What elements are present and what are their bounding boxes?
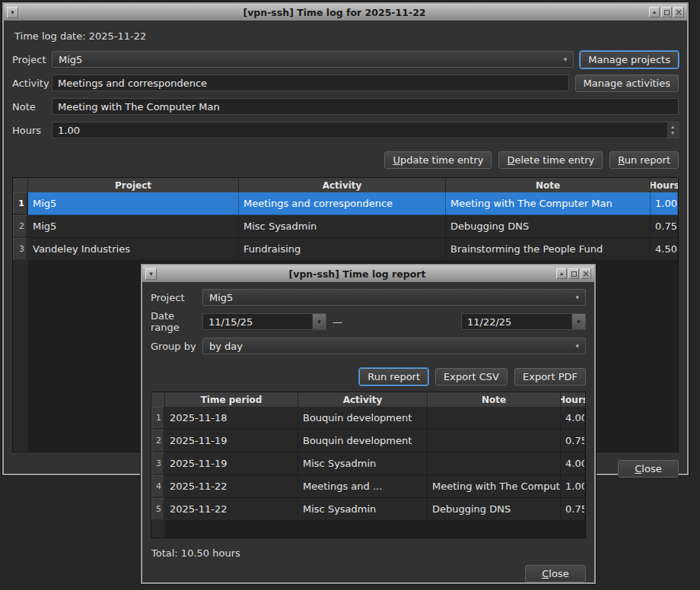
row-number: 3 <box>151 452 164 474</box>
date-start-input[interactable] <box>203 314 312 329</box>
table-cell[interactable]: Debugging DNS <box>446 215 651 238</box>
close-button[interactable]: Close <box>618 460 679 477</box>
calendar-dropdown-icon[interactable]: ▾ <box>571 314 585 329</box>
table-cell[interactable]: Meetings and correspondence <box>239 192 446 215</box>
table-row[interactable]: 3Vandeley IndustriesFundraisingBrainstor… <box>13 238 678 261</box>
table-body: 12025-11-18Bouquin development4.0022025-… <box>151 407 585 521</box>
table-cell[interactable]: 2025-11-19 <box>165 452 298 475</box>
close-icon[interactable]: × <box>673 7 684 17</box>
table-cell[interactable]: Misc Sysadmin <box>239 215 446 238</box>
table-cell[interactable]: Fundraising <box>239 238 446 261</box>
date-end-picker[interactable]: ▾ <box>461 313 586 330</box>
column-header[interactable]: Hours <box>651 178 678 192</box>
row-number: 2 <box>151 430 164 452</box>
spinner-arrows[interactable]: ▴ ▾ <box>667 122 678 138</box>
export-pdf-button[interactable]: Export PDF <box>514 368 586 385</box>
shade-icon[interactable]: ▴ <box>556 268 567 279</box>
project-combobox[interactable]: Mig5 ▾ <box>52 51 574 68</box>
date-start-picker[interactable]: ▾ <box>202 313 326 330</box>
table-cell[interactable] <box>428 452 561 475</box>
hours-input[interactable] <box>52 122 679 138</box>
table-row[interactable]: 42025-11-22Meetings and ...Meeting with … <box>151 475 585 498</box>
table-cell[interactable]: Mig5 <box>28 215 239 238</box>
total-hours-label: Total: 10.50 hours <box>151 547 585 559</box>
row-number: 4 <box>151 475 164 497</box>
table-cell[interactable]: Meeting with The Computer Man <box>446 192 651 215</box>
run-report-button[interactable]: Run report <box>609 151 679 169</box>
column-header[interactable]: Activity <box>298 392 428 407</box>
table-row[interactable]: 2Mig5Misc SysadminDebugging DNS0.75 <box>13 215 678 238</box>
row-number: 1 <box>151 407 164 429</box>
shade-icon[interactable]: ▴ <box>649 7 660 17</box>
report-results-table: Time periodActivityNoteHours 12025-11-18… <box>151 392 586 538</box>
update-time-entry-button[interactable]: Update time entry <box>384 151 492 169</box>
spin-down-icon[interactable]: ▾ <box>671 130 674 136</box>
activity-input[interactable] <box>52 75 569 91</box>
main-titlebar[interactable]: ▾ [vpn-ssh] Time log for 2025-11-22 ▴ × <box>4 4 687 21</box>
export-csv-button[interactable]: Export CSV <box>435 368 508 385</box>
note-input[interactable] <box>52 98 679 115</box>
table-cell[interactable] <box>428 430 561 452</box>
window-menu-icon[interactable]: ▾ <box>145 268 157 280</box>
table-row[interactable]: 12025-11-18Bouquin development4.00 <box>151 407 585 430</box>
date-end-input[interactable] <box>462 314 571 329</box>
row-number: 2 <box>13 215 27 237</box>
window-menu-icon[interactable]: ▾ <box>7 7 18 18</box>
table-cell[interactable]: Bouquin development <box>298 430 428 452</box>
spin-up-icon[interactable]: ▴ <box>671 124 674 130</box>
column-header[interactable]: Note <box>446 178 651 192</box>
column-header[interactable]: Activity <box>239 178 446 192</box>
dialog-titlebar[interactable]: ▾ [vpn-ssh] Time log report ▴ × <box>142 265 594 283</box>
column-header[interactable]: Time period <box>165 392 298 407</box>
table-cell[interactable]: 1.00 <box>561 475 585 498</box>
table-cell[interactable]: 4.50 <box>651 238 678 261</box>
table-cell[interactable]: Brainstorming the People Fund <box>446 238 651 261</box>
table-row[interactable]: 22025-11-19Bouquin development0.75 <box>151 430 585 452</box>
table-cell[interactable]: 2025-11-19 <box>165 430 298 452</box>
activity-label: Activity <box>12 78 52 89</box>
manage-activities-button[interactable]: Manage activities <box>575 75 679 92</box>
table-cell[interactable]: Meeting with The Computer... <box>428 475 561 498</box>
table-cell[interactable]: Debugging DNS <box>428 498 561 521</box>
table-cell[interactable]: 2025-11-22 <box>165 498 298 521</box>
table-cell[interactable]: Misc Sysadmin <box>298 498 428 521</box>
date-range-label: Date range <box>151 310 202 333</box>
table-cell[interactable]: 2025-11-18 <box>165 407 298 430</box>
group-by-combobox[interactable]: by day ▾ <box>202 338 586 354</box>
table-cell[interactable]: 4.00 <box>561 407 585 430</box>
table-cell[interactable]: Vandeley Industries <box>28 238 239 261</box>
column-header[interactable]: Project <box>28 178 239 192</box>
table-cell[interactable]: 0.75 <box>561 430 585 452</box>
table-row[interactable]: 32025-11-19Misc Sysadmin4.00 <box>151 452 585 475</box>
delete-time-entry-button[interactable]: Delete time entry <box>498 151 603 169</box>
hours-stepper[interactable]: ▴ ▾ <box>52 122 679 138</box>
row-number: 5 <box>151 498 164 520</box>
dialog-title: [vpn-ssh] Time log report <box>160 268 555 280</box>
column-header[interactable]: Hours <box>561 392 585 407</box>
calendar-dropdown-icon[interactable]: ▾ <box>312 314 326 329</box>
table-cell[interactable]: 2025-11-22 <box>165 475 298 498</box>
close-button[interactable]: Close <box>525 565 586 582</box>
column-header[interactable]: Note <box>428 392 561 407</box>
table-row[interactable]: 52025-11-22Misc SysadminDebugging DNS0.7… <box>151 498 585 521</box>
manage-projects-button[interactable]: Manage projects <box>580 51 679 68</box>
maximize-icon[interactable] <box>568 268 579 279</box>
row-number-header <box>13 178 28 192</box>
table-cell[interactable]: Mig5 <box>28 192 239 215</box>
table-cell[interactable]: 0.75 <box>651 215 678 238</box>
report-project-row: Project Mig5 ▾ <box>151 289 586 306</box>
table-cell[interactable]: 4.00 <box>561 452 585 475</box>
table-cell[interactable]: Misc Sysadmin <box>298 452 428 475</box>
table-row[interactable]: 1Mig5Meetings and correspondenceMeeting … <box>13 192 678 215</box>
maximize-icon[interactable] <box>661 7 672 17</box>
close-icon[interactable]: × <box>581 268 591 279</box>
report-project-combobox[interactable]: Mig5 ▾ <box>202 289 586 306</box>
table-cell[interactable] <box>428 407 561 430</box>
table-cell[interactable]: Meetings and ... <box>298 475 428 498</box>
table-cell[interactable]: 0.75 <box>561 498 585 521</box>
table-cell[interactable]: 1.00 <box>651 192 678 215</box>
run-report-button[interactable]: Run report <box>359 368 428 385</box>
project-value: Mig5 <box>209 292 571 303</box>
group-by-row: Group by by day ▾ <box>151 338 586 354</box>
table-cell[interactable]: Bouquin development <box>298 407 428 430</box>
